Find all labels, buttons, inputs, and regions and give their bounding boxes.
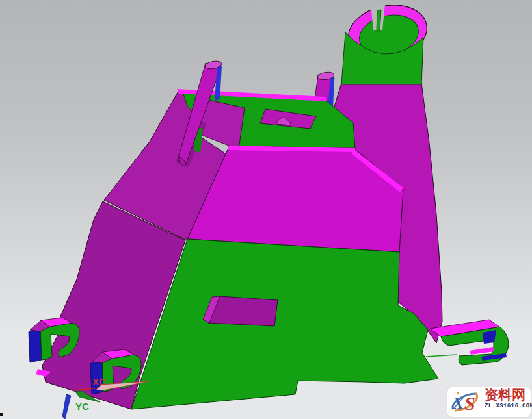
wcs-x-label: XC (92, 376, 106, 387)
cad-model[interactable] (29, 0, 509, 409)
watermark-logo-icon: X S (447, 387, 484, 416)
corner-mark (0, 413, 3, 416)
hook-right-edge-line (426, 355, 457, 357)
svg-text:S: S (464, 392, 475, 414)
cad-graphics-window[interactable]: XC YC X S 资料网 ZL.XS1616.COM (0, 0, 532, 419)
hook-right-pink-lip (470, 347, 494, 355)
wcs-y-label: YC (75, 401, 89, 412)
watermark-site-url: ZL.XS1616.COM (485, 403, 532, 409)
watermark-site-name: 资料网 (485, 387, 525, 402)
svg-text:X: X (452, 394, 464, 413)
watermark-badge: X S 资料网 ZL.XS1616.COM (447, 387, 531, 417)
pocket-recess[interactable] (203, 296, 278, 326)
cad-model-canvas[interactable]: XC YC (0, 0, 532, 419)
wcs-z-cone[interactable] (62, 394, 71, 419)
hook-blue-face (29, 327, 42, 362)
